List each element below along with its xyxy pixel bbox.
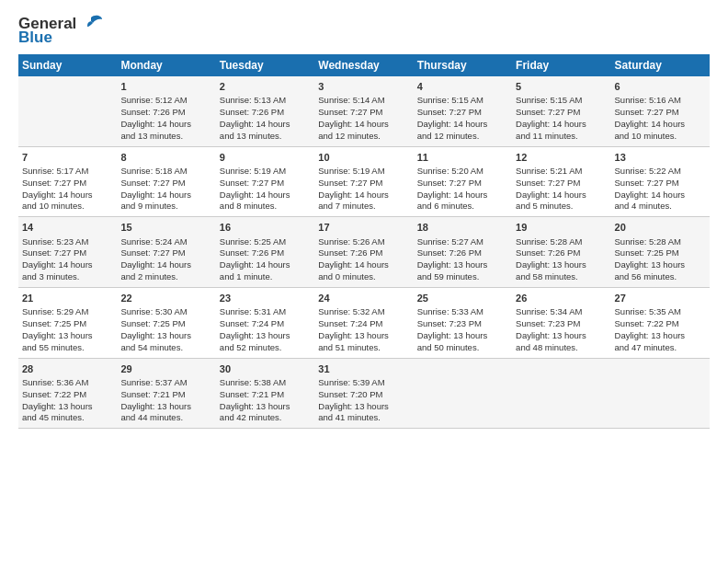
day-number: 4 [417, 80, 508, 94]
day-info: and 59 minutes. [417, 271, 508, 283]
day-info: Sunrise: 5:15 AM [417, 95, 508, 107]
day-info: and 44 minutes. [120, 412, 211, 424]
day-info: and 10 minutes. [22, 201, 113, 213]
day-info: Sunrise: 5:31 AM [220, 306, 311, 318]
day-cell [611, 358, 710, 429]
day-info: Sunrise: 5:21 AM [516, 166, 607, 178]
day-info: Daylight: 13 hours [417, 259, 508, 271]
day-info: Sunset: 7:22 PM [615, 318, 706, 330]
day-info: Sunset: 7:24 PM [318, 318, 409, 330]
day-info: and 5 minutes. [516, 201, 607, 213]
day-number: 9 [220, 151, 311, 165]
day-number: 1 [120, 80, 211, 94]
day-cell: 10Sunrise: 5:19 AMSunset: 7:27 PMDayligh… [314, 146, 413, 217]
day-info: Daylight: 13 hours [615, 259, 706, 271]
day-info: Sunset: 7:27 PM [22, 247, 113, 259]
day-info: and 8 minutes. [220, 201, 311, 213]
day-number: 2 [220, 80, 311, 94]
day-info: Sunset: 7:23 PM [516, 318, 607, 330]
day-info: Sunrise: 5:24 AM [120, 236, 211, 248]
day-info: Sunrise: 5:13 AM [220, 95, 311, 107]
day-info: Sunrise: 5:37 AM [120, 377, 211, 389]
header-row: SundayMondayTuesdayWednesdayThursdayFrid… [18, 54, 710, 76]
day-info: Sunrise: 5:20 AM [417, 166, 508, 178]
day-info: Sunset: 7:20 PM [318, 389, 409, 401]
day-info: and 9 minutes. [120, 201, 211, 213]
day-info: Sunset: 7:27 PM [615, 107, 706, 119]
day-info: Sunrise: 5:34 AM [516, 306, 607, 318]
day-info: Sunrise: 5:33 AM [417, 306, 508, 318]
header-cell-tuesday: Tuesday [216, 54, 314, 76]
day-number: 17 [318, 221, 409, 235]
day-info: and 1 minute. [220, 271, 311, 283]
day-cell: 26Sunrise: 5:34 AMSunset: 7:23 PMDayligh… [512, 287, 610, 358]
day-info: Daylight: 14 hours [220, 259, 311, 271]
day-number: 21 [22, 292, 113, 305]
day-cell: 31Sunrise: 5:39 AMSunset: 7:20 PMDayligh… [314, 358, 413, 429]
day-cell: 1Sunrise: 5:12 AMSunset: 7:26 PMDaylight… [117, 76, 215, 146]
day-cell [512, 358, 610, 429]
day-number: 7 [22, 151, 113, 165]
day-cell: 8Sunrise: 5:18 AMSunset: 7:27 PMDaylight… [117, 146, 215, 217]
week-row-5: 28Sunrise: 5:36 AMSunset: 7:22 PMDayligh… [18, 358, 710, 429]
header-cell-sunday: Sunday [18, 54, 117, 76]
day-info: Sunrise: 5:29 AM [22, 306, 113, 318]
day-info: Sunrise: 5:15 AM [516, 95, 607, 107]
day-number: 6 [615, 80, 706, 94]
day-cell: 19Sunrise: 5:28 AMSunset: 7:26 PMDayligh… [512, 217, 610, 288]
day-cell: 27Sunrise: 5:35 AMSunset: 7:22 PMDayligh… [611, 287, 710, 358]
day-info: Daylight: 14 hours [615, 190, 706, 201]
day-number: 27 [615, 292, 706, 305]
week-row-2: 7Sunrise: 5:17 AMSunset: 7:27 PMDaylight… [18, 146, 710, 217]
day-info: Sunset: 7:25 PM [120, 318, 211, 330]
header-cell-wednesday: Wednesday [314, 54, 413, 76]
day-info: and 12 minutes. [318, 131, 409, 143]
day-info: Sunset: 7:27 PM [516, 107, 607, 119]
day-cell: 4Sunrise: 5:15 AMSunset: 7:27 PMDaylight… [414, 76, 512, 146]
day-info: Daylight: 14 hours [318, 119, 409, 131]
day-info: and 6 minutes. [417, 201, 508, 213]
day-info: Sunset: 7:26 PM [318, 247, 409, 259]
day-info: and 0 minutes. [318, 271, 409, 283]
day-info: and 50 minutes. [417, 342, 508, 354]
day-cell: 18Sunrise: 5:27 AMSunset: 7:26 PMDayligh… [414, 217, 512, 288]
day-cell: 11Sunrise: 5:20 AMSunset: 7:27 PMDayligh… [414, 146, 512, 217]
day-info: and 47 minutes. [615, 342, 706, 354]
day-number: 28 [22, 362, 113, 376]
day-info: and 58 minutes. [516, 271, 607, 283]
day-info: Sunset: 7:26 PM [417, 247, 508, 259]
day-info: Sunset: 7:27 PM [120, 247, 211, 259]
header-cell-monday: Monday [117, 54, 215, 76]
day-info: Daylight: 13 hours [220, 401, 311, 413]
day-info: Sunrise: 5:22 AM [615, 166, 706, 178]
day-info: and 45 minutes. [22, 412, 113, 424]
day-info: Daylight: 13 hours [516, 330, 607, 342]
day-info: and 12 minutes. [417, 131, 508, 143]
logo: General Blue [18, 14, 104, 47]
day-info: Sunset: 7:22 PM [22, 389, 113, 401]
day-info: and 3 minutes. [22, 271, 113, 283]
day-info: Daylight: 13 hours [615, 330, 706, 342]
day-info: and 7 minutes. [318, 201, 409, 213]
week-row-1: 1Sunrise: 5:12 AMSunset: 7:26 PMDaylight… [18, 76, 710, 146]
day-number: 18 [417, 221, 508, 235]
day-info: Sunset: 7:26 PM [220, 247, 311, 259]
day-cell: 23Sunrise: 5:31 AMSunset: 7:24 PMDayligh… [216, 287, 314, 358]
day-cell: 5Sunrise: 5:15 AMSunset: 7:27 PMDaylight… [512, 76, 610, 146]
day-info: and 48 minutes. [516, 342, 607, 354]
day-info: Sunrise: 5:35 AM [615, 306, 706, 318]
day-number: 31 [318, 362, 409, 376]
day-info: Sunrise: 5:26 AM [318, 236, 409, 248]
day-info: and 2 minutes. [120, 271, 211, 283]
day-info: Daylight: 13 hours [22, 401, 113, 413]
day-number: 23 [220, 292, 311, 305]
day-number: 30 [220, 362, 311, 376]
day-info: and 55 minutes. [22, 342, 113, 354]
day-info: Sunrise: 5:27 AM [417, 236, 508, 248]
day-info: and 4 minutes. [615, 201, 706, 213]
day-info: and 52 minutes. [220, 342, 311, 354]
day-number: 26 [516, 292, 607, 305]
day-number: 8 [120, 151, 211, 165]
day-cell: 20Sunrise: 5:28 AMSunset: 7:25 PMDayligh… [611, 217, 710, 288]
day-info: Sunset: 7:24 PM [220, 318, 311, 330]
